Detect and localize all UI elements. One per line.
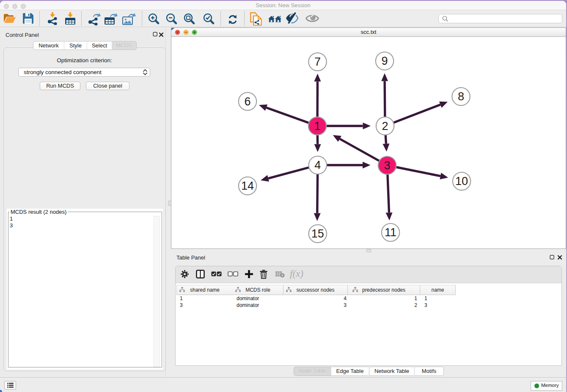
svg-text:9: 9 [381, 55, 388, 67]
svg-text:2: 2 [382, 120, 388, 133]
svg-text:8: 8 [458, 90, 464, 103]
svg-text:11: 11 [385, 226, 396, 239]
svg-text:14: 14 [241, 179, 254, 192]
svg-text:6: 6 [244, 95, 250, 108]
svg-text:1: 1 [314, 120, 320, 133]
svg-text:3: 3 [384, 159, 390, 172]
svg-text:15: 15 [311, 227, 324, 240]
svg-text:4: 4 [314, 159, 321, 171]
svg-text:7: 7 [314, 55, 321, 68]
svg-text:10: 10 [455, 175, 468, 188]
